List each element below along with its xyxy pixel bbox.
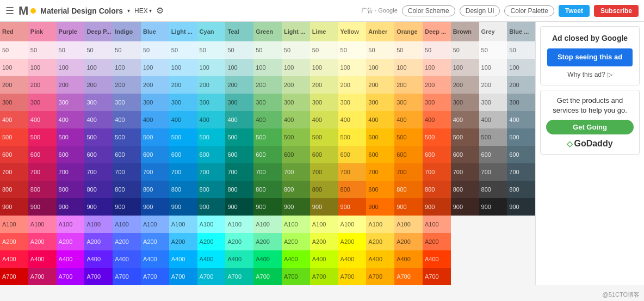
color-header-light-...[interactable]: Light ... xyxy=(169,22,197,41)
color-cell-green-A100[interactable]: A100 xyxy=(253,216,282,233)
get-going-button[interactable]: Get Going xyxy=(546,120,634,134)
color-header-lime[interactable]: Lime xyxy=(310,22,338,41)
color-cell-orange-A700[interactable]: A700 xyxy=(394,268,423,285)
color-cell-pink-50[interactable]: 50 xyxy=(28,41,57,59)
color-cell-deep-...-A700[interactable]: A700 xyxy=(423,268,451,285)
color-cell-blue-A700[interactable]: A700 xyxy=(141,268,169,285)
color-cell-green-600[interactable]: 600 xyxy=(253,146,282,163)
color-cell-green-A700[interactable]: A700 xyxy=(253,268,282,285)
color-cell-yellow-500[interactable]: 500 xyxy=(338,128,367,146)
color-cell-green-50[interactable]: 50 xyxy=(253,41,282,59)
color-cell-pink-A100[interactable]: A100 xyxy=(28,216,57,233)
color-cell-purple-400[interactable]: 400 xyxy=(57,111,85,128)
color-cell-brown-A200[interactable] xyxy=(451,233,479,250)
color-cell-purple-A700[interactable]: A700 xyxy=(57,268,85,285)
color-cell-indigo-A100[interactable]: A100 xyxy=(113,216,141,233)
color-cell-yellow-700[interactable]: 700 xyxy=(338,163,367,181)
color-cell-brown-50[interactable]: 50 xyxy=(451,41,479,59)
settings-icon[interactable]: ⚙ xyxy=(156,5,164,16)
color-cell-purple-A100[interactable]: A100 xyxy=(57,216,85,233)
color-cell-red-A400[interactable]: A400 xyxy=(0,250,28,268)
color-cell-orange-400[interactable]: 400 xyxy=(394,111,423,128)
color-cell-red-A700[interactable]: A700 xyxy=(0,268,28,285)
color-cell-orange-50[interactable]: 50 xyxy=(394,41,423,59)
color-cell-orange-600[interactable]: 600 xyxy=(394,146,423,163)
color-cell-indigo-400[interactable]: 400 xyxy=(113,111,141,128)
color-cell-indigo-50[interactable]: 50 xyxy=(113,41,141,59)
color-cell-yellow-A700[interactable]: A700 xyxy=(338,268,367,285)
color-cell-grey-500[interactable]: 500 xyxy=(479,128,507,146)
color-cell-teal-500[interactable]: 500 xyxy=(225,128,253,146)
color-cell-blue-A200[interactable]: A200 xyxy=(141,233,169,250)
color-cell-amber-800[interactable]: 800 xyxy=(366,181,394,198)
color-cell-grey-800[interactable]: 800 xyxy=(479,181,507,198)
color-cell-teal-A200[interactable]: A200 xyxy=(225,233,253,250)
color-cell-deep-...-100[interactable]: 100 xyxy=(423,59,451,76)
color-cell-deep-...-300[interactable]: 300 xyxy=(423,94,451,111)
color-header-brown[interactable]: Brown xyxy=(451,22,479,41)
color-cell-amber-400[interactable]: 400 xyxy=(366,111,394,128)
color-cell-light-...-A400[interactable]: A400 xyxy=(169,250,197,268)
color-cell-deep-...-A100[interactable]: A100 xyxy=(423,216,451,233)
color-cell-teal-300[interactable]: 300 xyxy=(225,94,253,111)
subscribe-button[interactable]: Subscribe xyxy=(594,5,639,17)
color-cell-teal-100[interactable]: 100 xyxy=(225,59,253,76)
color-cell-orange-900[interactable]: 900 xyxy=(394,198,423,216)
color-cell-lime-500[interactable]: 500 xyxy=(310,128,338,146)
color-cell-deep-p...-50[interactable]: 50 xyxy=(84,41,113,59)
color-cell-light-...-A200[interactable]: A200 xyxy=(282,233,310,250)
color-cell-deep-...-800[interactable]: 800 xyxy=(423,181,451,198)
color-cell-lime-800[interactable]: 800 xyxy=(310,181,338,198)
color-cell-blue-500[interactable]: 500 xyxy=(141,128,169,146)
color-cell-pink-100[interactable]: 100 xyxy=(28,59,57,76)
color-cell-amber-A700[interactable]: A700 xyxy=(366,268,394,285)
nav-color-palette[interactable]: Color Palette xyxy=(504,5,554,16)
color-cell-lime-200[interactable]: 200 xyxy=(310,76,338,94)
color-cell-light-...-900[interactable]: 900 xyxy=(282,198,310,216)
color-cell-brown-900[interactable]: 900 xyxy=(451,198,479,216)
color-cell-indigo-500[interactable]: 500 xyxy=(113,128,141,146)
nav-design-ui[interactable]: Design UI xyxy=(460,5,500,16)
color-cell-deep-p...-A700[interactable]: A700 xyxy=(84,268,113,285)
color-cell-light-...-400[interactable]: 400 xyxy=(169,111,197,128)
color-cell-blue-900[interactable]: 900 xyxy=(141,198,169,216)
color-cell-blue-...-A100[interactable] xyxy=(507,216,535,233)
color-cell-deep-p...-A100[interactable]: A100 xyxy=(84,216,113,233)
color-cell-teal-A400[interactable]: A400 xyxy=(225,250,253,268)
color-cell-blue-...-A400[interactable] xyxy=(507,250,535,268)
color-header-green[interactable]: Green xyxy=(253,22,282,41)
color-cell-deep-p...-600[interactable]: 600 xyxy=(84,146,113,163)
color-cell-blue-600[interactable]: 600 xyxy=(141,146,169,163)
color-cell-indigo-600[interactable]: 600 xyxy=(113,146,141,163)
color-cell-deep-...-50[interactable]: 50 xyxy=(423,41,451,59)
color-cell-light-...-700[interactable]: 700 xyxy=(169,163,197,181)
color-cell-lime-900[interactable]: 900 xyxy=(310,198,338,216)
color-cell-amber-100[interactable]: 100 xyxy=(366,59,394,76)
color-cell-teal-700[interactable]: 700 xyxy=(225,163,253,181)
color-cell-lime-A400[interactable]: A400 xyxy=(310,250,338,268)
color-cell-light-...-200[interactable]: 200 xyxy=(282,76,310,94)
color-cell-blue-...-50[interactable]: 50 xyxy=(507,41,535,59)
color-cell-cyan-A700[interactable]: A700 xyxy=(197,268,226,285)
color-cell-indigo-800[interactable]: 800 xyxy=(113,181,141,198)
color-cell-blue-...-600[interactable]: 600 xyxy=(507,146,535,163)
color-header-light-...[interactable]: Light ... xyxy=(282,22,310,41)
color-header-cyan[interactable]: Cyan xyxy=(197,22,226,41)
color-cell-light-...-300[interactable]: 300 xyxy=(282,94,310,111)
color-cell-yellow-A200[interactable]: A200 xyxy=(338,233,367,250)
color-cell-brown-700[interactable]: 700 xyxy=(451,163,479,181)
color-header-grey[interactable]: Grey xyxy=(479,22,507,41)
color-cell-blue-...-400[interactable]: 400 xyxy=(507,111,535,128)
color-cell-teal-A100[interactable]: A100 xyxy=(225,216,253,233)
color-cell-light-...-A400[interactable]: A400 xyxy=(282,250,310,268)
color-cell-purple-200[interactable]: 200 xyxy=(57,76,85,94)
color-cell-teal-A700[interactable]: A700 xyxy=(225,268,253,285)
color-header-purple[interactable]: Purple xyxy=(57,22,85,41)
color-cell-deep-...-600[interactable]: 600 xyxy=(423,146,451,163)
stop-seeing-button[interactable]: Stop seeing this ad xyxy=(547,48,633,66)
color-cell-deep-...-400[interactable]: 400 xyxy=(423,111,451,128)
color-cell-purple-600[interactable]: 600 xyxy=(57,146,85,163)
color-cell-pink-500[interactable]: 500 xyxy=(28,128,57,146)
color-cell-red-100[interactable]: 100 xyxy=(0,59,28,76)
color-cell-light-...-500[interactable]: 500 xyxy=(282,128,310,146)
